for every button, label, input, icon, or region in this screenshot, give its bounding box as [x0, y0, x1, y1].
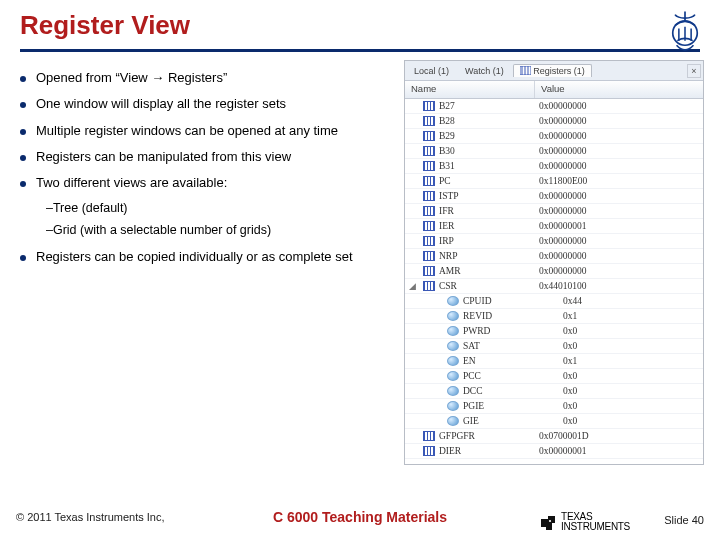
list-item: Multiple register windows can be opened … — [20, 123, 394, 139]
bit-icon — [447, 386, 459, 396]
table-row[interactable]: IER0x00000001 — [405, 219, 703, 234]
reg-value: 0x11800E00 — [539, 176, 703, 186]
register-icon — [423, 281, 435, 291]
register-icon — [423, 146, 435, 156]
tab-local[interactable]: Local (1) — [407, 64, 456, 77]
tab-watch[interactable]: Watch (1) — [458, 64, 511, 77]
bullet-list: Opened from “View → Registers” One windo… — [20, 60, 394, 465]
col-name[interactable]: Name — [405, 81, 535, 98]
table-row[interactable]: B280x00000000 — [405, 114, 703, 129]
reg-name: CSR — [439, 281, 539, 291]
table-row[interactable]: DIER0x00000001 — [405, 444, 703, 459]
registers-panel: Local (1) Watch (1) Registers (1) × Name… — [404, 60, 704, 465]
reg-name: NRP — [439, 251, 539, 261]
list-item: Opened from “View → Registers” — [20, 70, 394, 86]
table-row[interactable]: ISTP0x00000000 — [405, 189, 703, 204]
reg-name: REVID — [463, 311, 563, 321]
bullet-text: Registers can be copied individually or … — [36, 249, 353, 265]
reg-name: GFPGFR — [439, 431, 539, 441]
svg-point-5 — [549, 520, 551, 522]
register-icon — [423, 251, 435, 261]
register-icon — [423, 131, 435, 141]
reg-name: DCC — [463, 386, 563, 396]
reg-value: 0x0 — [563, 416, 703, 426]
table-row[interactable]: B300x00000000 — [405, 144, 703, 159]
reg-name: SAT — [463, 341, 563, 351]
reg-name: IER — [439, 221, 539, 231]
sub-item: –Grid (with a selectable number of grids… — [46, 223, 394, 239]
reg-name: B28 — [439, 116, 539, 126]
reg-value: 0x00000000 — [539, 251, 703, 261]
table-row[interactable]: PC0x11800E00 — [405, 174, 703, 189]
table-row[interactable]: ◢CSR0x44010100 — [405, 279, 703, 294]
table-row[interactable]: PWRD0x0 — [405, 324, 703, 339]
reg-name: GIE — [463, 416, 563, 426]
table-row[interactable]: GFPGFR0x0700001D — [405, 429, 703, 444]
reg-value: 0x0 — [563, 401, 703, 411]
reg-value: 0x0 — [563, 326, 703, 336]
bit-icon — [447, 296, 459, 306]
reg-name: AMR — [439, 266, 539, 276]
bit-icon — [447, 401, 459, 411]
reg-value: 0x00000000 — [539, 116, 703, 126]
bit-icon — [447, 371, 459, 381]
ti-chip-icon — [539, 513, 557, 531]
reg-name: IRP — [439, 236, 539, 246]
list-item: Registers can be manipulated from this v… — [20, 149, 394, 165]
bullet-text: Two different views are available: — [36, 175, 227, 191]
table-row[interactable]: IFR0x00000000 — [405, 204, 703, 219]
table-row[interactable]: EN0x1 — [405, 354, 703, 369]
reg-name: DIER — [439, 446, 539, 456]
reg-name: IFR — [439, 206, 539, 216]
reg-name: PCC — [463, 371, 563, 381]
collapse-icon[interactable]: ◢ — [407, 281, 417, 291]
close-icon[interactable]: × — [687, 64, 701, 78]
table-row[interactable]: SAT0x0 — [405, 339, 703, 354]
table-row[interactable]: IRP0x00000000 — [405, 234, 703, 249]
reg-value: 0x0700001D — [539, 431, 703, 441]
table-row[interactable]: NRP0x00000000 — [405, 249, 703, 264]
table-row[interactable]: AMR0x00000000 — [405, 264, 703, 279]
reg-name: PWRD — [463, 326, 563, 336]
sub-item: –Tree (default) — [46, 201, 394, 217]
register-icon — [423, 176, 435, 186]
reg-name: CPUID — [463, 296, 563, 306]
register-icon — [423, 101, 435, 111]
register-icon — [423, 191, 435, 201]
register-icon — [423, 161, 435, 171]
tab-registers[interactable]: Registers (1) — [513, 64, 592, 77]
reg-value: 0x00000000 — [539, 266, 703, 276]
table-row[interactable]: B290x00000000 — [405, 129, 703, 144]
table-row[interactable]: PCC0x0 — [405, 369, 703, 384]
footer: © 2011 Texas Instruments Inc, C 6000 Tea… — [0, 500, 720, 534]
bit-icon — [447, 356, 459, 366]
table-row[interactable]: GIE0x0 — [405, 414, 703, 429]
reg-name: B31 — [439, 161, 539, 171]
register-icon — [423, 446, 435, 456]
register-icon — [423, 431, 435, 441]
register-icon — [423, 221, 435, 231]
register-icon — [423, 206, 435, 216]
reg-value: 0x00000000 — [539, 161, 703, 171]
table-row[interactable]: REVID0x1 — [405, 309, 703, 324]
table-row[interactable]: B310x00000000 — [405, 159, 703, 174]
slide-number: Slide 40 — [664, 514, 704, 526]
table-row[interactable]: DCC0x0 — [405, 384, 703, 399]
reg-value: 0x00000000 — [539, 206, 703, 216]
table-row[interactable]: CPUID0x44 — [405, 294, 703, 309]
col-value[interactable]: Value — [535, 81, 703, 98]
bit-icon — [447, 311, 459, 321]
register-rows: B270x00000000B280x00000000B290x00000000B… — [405, 99, 703, 464]
ti-logo: TEXASINSTRUMENTS — [539, 512, 630, 532]
list-item: One window will display all the register… — [20, 96, 394, 112]
table-row[interactable]: B270x00000000 — [405, 99, 703, 114]
list-item: Two different views are available: — [20, 175, 394, 191]
page-title: Register View — [20, 10, 700, 41]
reg-name: B30 — [439, 146, 539, 156]
reg-value: 0x44010100 — [539, 281, 703, 291]
table-row[interactable]: PGIE0x0 — [405, 399, 703, 414]
reg-name: PGIE — [463, 401, 563, 411]
reg-value: 0x0 — [563, 386, 703, 396]
register-icon — [423, 236, 435, 246]
column-headers: Name Value — [405, 81, 703, 99]
